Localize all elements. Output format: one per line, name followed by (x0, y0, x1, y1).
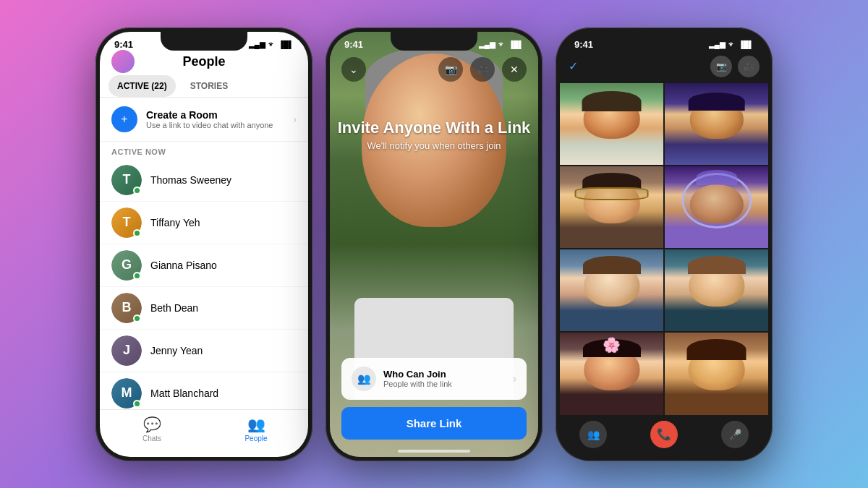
who-can-title: Who Can Join (383, 369, 506, 380)
contact-row[interactable]: TTiffany Yeh (100, 202, 308, 244)
avatar-wrap: J (111, 335, 142, 366)
nav-people[interactable]: 👥 People (204, 416, 308, 442)
close-button[interactable]: ✕ (502, 57, 527, 82)
invite-subtitle: We'll notify you when others join (330, 140, 538, 151)
chevron-right-icon-2: › (513, 372, 516, 385)
bottom-panel: 👥 Who Can Join People with the link › Sh… (330, 349, 538, 457)
video-cell-8 (665, 333, 768, 414)
signal-icon-2: ▂▄▆ (479, 40, 495, 48)
contact-row[interactable]: JJenny Yean (100, 330, 308, 372)
battery-icon-3: ▐█▌ (739, 40, 754, 48)
tab-active[interactable]: ACTIVE (22) (109, 75, 176, 97)
share-link-button[interactable]: Share Link (341, 407, 527, 440)
end-call-button[interactable]: 📞 (650, 421, 678, 448)
phone-2: 9:41 ▂▄▆ ᯤ ▐█▌ ⌄ 📷 🎥 ✕ (326, 27, 542, 461)
phone-1-content: 9:41 ▂▄▆ ᯤ ▐█▌ People ACTIVE (22) STORIE… (100, 32, 308, 457)
who-can-text: Who Can Join People with the link (383, 369, 506, 388)
active-indicator (133, 314, 141, 322)
overlay: 9:41 ▂▄▆ ᯤ ▐█▌ ⌄ 📷 🎥 ✕ (330, 32, 538, 457)
status-icons: ▂▄▆ ᯤ ▐█▌ (249, 40, 294, 48)
camera-switch-button[interactable]: 📷 (438, 57, 463, 82)
video-cell-2 (665, 83, 768, 165)
people-icon: 👥 (247, 416, 265, 433)
who-can-join-row[interactable]: 👥 Who Can Join People with the link › (341, 358, 527, 400)
contact-name: Jenny Yean (150, 345, 203, 356)
create-room-row[interactable]: + Create a Room Use a link to video chat… (100, 98, 308, 142)
page-title: People (182, 54, 225, 69)
active-indicator (133, 187, 141, 194)
avatar: J (111, 335, 142, 366)
group-button[interactable]: 👥 (579, 421, 607, 448)
signal-icon-3: ▂▄▆ (709, 40, 726, 48)
video-grid: 🌸 (560, 83, 768, 415)
active-indicator (133, 400, 141, 408)
top-controls: ⌄ 📷 🎥 ✕ (330, 53, 538, 86)
video-cell-6 (665, 249, 768, 331)
nav-chats[interactable]: 💬 Chats (100, 416, 204, 442)
avatar-wrap: G (111, 250, 142, 281)
contact-row[interactable]: MMatt Blanchard (100, 372, 308, 409)
create-room-icon: + (111, 106, 137, 132)
who-can-subtitle: People with the link (383, 380, 506, 388)
people-label: People (244, 435, 267, 442)
contact-row[interactable]: BBeth Dean (100, 287, 308, 330)
battery-icon-2: ▐█▌ (509, 40, 524, 48)
phone-3-screen: 9:41 ▂▄▆ ᯤ ▐█▌ ✓ 📷 🎥 (560, 32, 768, 457)
contacts-list: TThomas SweeneyTTiffany YehGGianna Pisan… (100, 159, 308, 409)
tab-stories[interactable]: STORIES (182, 75, 237, 97)
avatar-wrap: T (111, 165, 142, 195)
status-icons-3: ▂▄▆ ᯤ ▐█▌ (709, 39, 754, 50)
avatar-wrap: T (111, 207, 142, 238)
phone-1-screen: 9:41 ▂▄▆ ᯤ ▐█▌ People ACTIVE (22) STORIE… (100, 32, 308, 457)
avatar-wrap: M (111, 378, 142, 408)
video-cell-3 (560, 166, 663, 248)
chevron-right-icon: › (293, 114, 297, 125)
wifi-icon-3: ᯤ (728, 40, 736, 48)
video-cell-4 (665, 166, 768, 248)
bottom-nav: 💬 Chats 👥 People (100, 409, 308, 457)
active-now-label: ACTIVE NOW (100, 142, 308, 159)
phone-1: 9:41 ▂▄▆ ᯤ ▐█▌ People ACTIVE (22) STORIE… (95, 27, 312, 461)
wifi-icon: ᯤ (268, 40, 276, 48)
phone-2-screen: 9:41 ▂▄▆ ᯤ ▐█▌ ⌄ 📷 🎥 ✕ (330, 32, 538, 457)
create-room-text: Create a Room Use a link to video chat w… (146, 109, 284, 129)
status-icons-2: ▂▄▆ ᯤ ▐█▌ (479, 39, 524, 50)
chats-icon: 💬 (143, 416, 161, 433)
contact-row[interactable]: TThomas Sweeney (100, 159, 308, 202)
video-cell-1 (560, 83, 663, 165)
active-indicator (133, 272, 141, 280)
mute-button[interactable]: 🎤 (721, 421, 749, 448)
phone-3-content: 9:41 ▂▄▆ ᯤ ▐█▌ ✓ 📷 🎥 (560, 32, 768, 457)
phone-notch (161, 32, 247, 51)
active-indicator (133, 229, 141, 237)
create-room-subtitle: Use a link to video chat with anyone (146, 121, 284, 129)
invite-title: Invite Anyone With a Link (330, 119, 538, 137)
wifi-icon-2: ᯤ (498, 40, 506, 48)
phone-2-content: 9:41 ▂▄▆ ᯤ ▐█▌ ⌄ 📷 🎥 ✕ (330, 32, 538, 457)
photo-button[interactable]: 📷 (710, 56, 732, 77)
contact-name: Matt Blanchard (150, 388, 218, 399)
tabs-bar: ACTIVE (22) STORIES (100, 75, 308, 98)
contact-row[interactable]: GGianna Pisano (100, 244, 308, 287)
status-time-2: 9:41 (344, 39, 363, 50)
header-avatar (111, 50, 135, 73)
video-cell-7: 🌸 (560, 333, 663, 414)
contact-name: Tiffany Yeh (150, 217, 200, 228)
phone-3: 9:41 ▂▄▆ ᯤ ▐█▌ ✓ 📷 🎥 (556, 27, 773, 461)
phone-notch-2 (391, 32, 477, 51)
video-top-bar: ✓ 📷 🎥 (560, 53, 768, 83)
camera-flip-button[interactable]: 🎥 (738, 56, 760, 77)
create-room-title: Create a Room (146, 109, 284, 121)
contact-name: Thomas Sweeney (150, 174, 231, 186)
status-time-3: 9:41 (574, 39, 593, 50)
down-button[interactable]: ⌄ (341, 57, 366, 82)
invite-text-area: Invite Anyone With a Link We'll notify y… (330, 119, 538, 151)
home-indicator (398, 450, 470, 453)
video-cell-5 (560, 249, 663, 331)
check-icon[interactable]: ✓ (569, 59, 578, 73)
battery-icon: ▐█▌ (278, 40, 294, 48)
people-header: People (100, 53, 308, 75)
chats-label: Chats (142, 435, 161, 442)
contact-name: Beth Dean (150, 302, 198, 314)
video-button[interactable]: 🎥 (470, 57, 495, 82)
